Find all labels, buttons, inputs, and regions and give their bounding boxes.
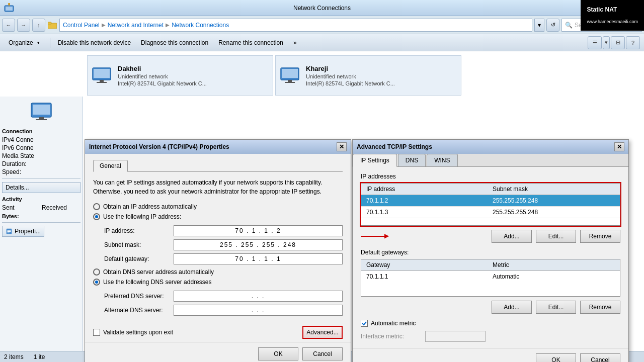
app-icon [4,3,14,13]
ip-addresses-section-label: IP addresses [361,173,620,180]
dns-fields-group: Preferred DNS server: . . . Alternate DN… [104,291,343,316]
media-state-label: Media State [2,152,80,159]
ipv4-bottom-bar: Validate settings upon exit Advanced... [85,326,351,342]
disable-device-button[interactable]: Disable this network device [53,36,135,50]
sidebar-separator-1 [2,178,80,179]
gateway-cell-0: 70.1.1.1 [364,272,491,281]
path-network-connections[interactable]: Network Connections [172,22,229,29]
automatic-metric-label: Automatic metric [371,320,416,327]
gateway-row-0[interactable]: 70.1.1.1 Automatic [361,271,620,282]
khareji-adapter: Intel(R) 82574L Gigabit Network C... [306,80,395,86]
path-control-panel[interactable]: Control Panel [63,22,100,29]
advanced-button[interactable]: Advanced... [302,326,343,339]
path-network-internet[interactable]: Network and Internet [108,22,164,29]
radio-auto-dns-input[interactable] [93,268,100,276]
ipv4-ok-button[interactable]: OK [258,347,298,360]
rename-button[interactable]: Rename this connection [214,36,288,50]
preferred-dns-row: Preferred DNS server: . . . [104,291,343,302]
radio-auto-ip[interactable]: Obtain an IP address automatically [93,203,343,210]
validate-checkbox[interactable] [93,329,100,336]
radio-manual-dns[interactable]: Use the following DNS server addresses [93,279,343,286]
connection-section-title: Connection [2,128,80,134]
ip-table-header: IP address Subnet mask [361,184,620,195]
gw-add-button[interactable]: Add... [492,301,532,314]
details-button[interactable]: Details... [2,182,80,193]
alternate-dns-input[interactable]: . . . [174,305,343,316]
title-bar: Network Connections Static NAT www.hamed… [0,0,644,16]
network-item-khareji[interactable]: Khareji Unidentified network Intel(R) 82… [275,55,461,96]
svg-rect-15 [94,69,110,78]
radio-manual-ip[interactable]: Use the following IP address: [93,213,343,220]
properties-button[interactable]: Properti... [2,226,44,237]
radio-group-dns: Obtain DNS server address automatically … [93,268,343,286]
ip-table-row-1[interactable]: 70.1.1.3 255.255.255.248 [361,207,620,218]
dakheli-info: Dakheli Unidentified network Intel(R) 82… [118,65,207,86]
address-dropdown[interactable]: ▾ [534,19,544,32]
advanced-dialog-body: IP addresses IP address Subnet mask 70.1… [353,167,628,348]
alternate-dns-label: Alternate DNS server: [104,307,170,314]
ipv4-tab-bar: General [93,160,343,172]
preferred-dns-input[interactable]: . . . [174,291,343,302]
arrow-line: ▶ [361,236,386,237]
help-btn[interactable]: ? [626,36,640,49]
organize-dropdown[interactable]: ▾ [35,36,42,50]
interface-metric-row: Interface metric: [361,331,620,342]
advanced-close-button[interactable]: ✕ [614,142,624,151]
tab-general[interactable]: General [93,160,128,172]
svg-rect-12 [8,231,11,232]
refresh-button[interactable]: ↺ [546,19,559,32]
svg-rect-17 [97,82,107,83]
adv-tab-dns[interactable]: DNS [398,154,426,166]
view-dropdown-btn[interactable]: ▾ [603,36,610,49]
ip-add-button[interactable]: Add... [492,230,532,243]
automatic-metric-checkbox[interactable] [361,320,368,327]
ip-remove-button[interactable]: Remove [580,230,620,243]
ip-edit-button[interactable]: Edit... [536,230,576,243]
ip-address-label: IP address: [104,227,170,234]
gw-edit-button[interactable]: Edit... [536,301,576,314]
organize-button[interactable]: Organize ▾ [4,36,47,50]
ipv4-cancel-button[interactable]: Cancel [302,347,343,360]
ip-table-row-0[interactable]: 70.1.1.2 255.255.255.248 [361,195,620,207]
advanced-dialog-buttons: OK Cancel [353,348,628,362]
network-item-dakheli[interactable]: Dakheli Unidentified network Intel(R) 82… [87,55,273,96]
validate-label: Validate settings upon exit [103,329,173,336]
address-bar: ← → ↑ Control Panel ▶ Network and Intern… [0,16,644,34]
adv-tab-wins[interactable]: WINS [427,154,457,166]
default-gateways-label: Default gateways: [361,249,620,256]
advanced-ok-button[interactable]: OK [536,353,576,362]
diagnose-button[interactable]: Diagnose this connection [136,36,213,50]
ipv4-close-button[interactable]: ✕ [337,142,347,151]
view-details-btn[interactable]: ☰ [588,36,602,49]
duration-label: Duration: [2,160,80,167]
ip-action-buttons: ▶ Add... Edit... Remove [361,230,620,243]
dakheli-adapter: Intel(R) 82574L Gigabit Network C... [118,80,207,86]
ip-address-row: IP address: 70 . 1 . 1 . 2 [104,225,343,236]
radio-manual-ip-input[interactable] [93,213,100,220]
gateway-table-body: 70.1.1.1 Automatic [361,271,620,296]
more-button[interactable]: » [289,36,301,50]
ipv4-dialog-buttons: OK Cancel [85,342,351,362]
radio-auto-ip-input[interactable] [93,203,100,210]
preview-btn[interactable]: ⊟ [611,36,625,49]
up-button[interactable]: ↑ [32,19,45,32]
gw-remove-button[interactable]: Remove [580,301,620,314]
back-button[interactable]: ← [2,19,15,32]
ip-addresses-table: IP address Subnet mask 70.1.1.2 255.255.… [361,183,620,226]
subnet-mask-input[interactable]: 255 . 255 . 255 . 248 [174,239,343,250]
default-gateway-input[interactable]: 70 . 1 . 1 . 1 [174,253,343,264]
adv-tab-ip-settings[interactable]: IP Settings [353,154,397,167]
ip-address-input[interactable]: 70 . 1 . 1 . 2 [174,225,343,236]
svg-point-2 [8,3,10,5]
path-sep-2: ▶ [166,22,170,28]
radio-manual-dns-input[interactable] [93,279,100,286]
svg-rect-16 [100,80,104,82]
subnet-cell-1: 255.255.255.248 [491,208,617,217]
khareji-icon [280,65,300,85]
advanced-cancel-button[interactable]: Cancel [580,353,620,362]
ipv4-label: IPv4 Conne [2,136,80,143]
radio-auto-dns[interactable]: Obtain DNS server address automatically [93,268,343,276]
forward-button[interactable]: → [17,19,30,32]
interface-metric-input[interactable] [425,331,486,342]
arrow-indicator: ▶ [361,236,386,237]
